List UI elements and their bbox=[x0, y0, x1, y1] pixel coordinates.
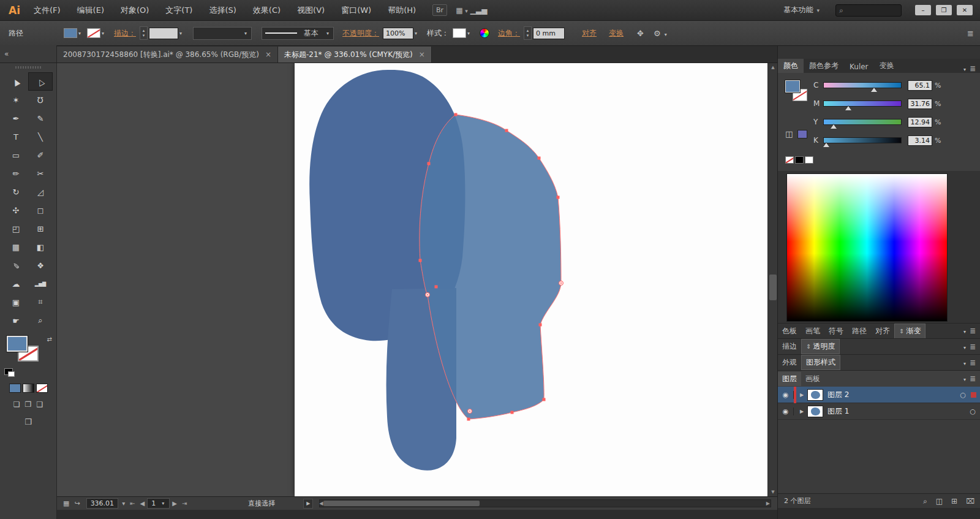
expand-layer-icon[interactable]: ▶ bbox=[796, 392, 807, 398]
cmyk-thumb-K[interactable] bbox=[823, 143, 829, 147]
document-tab-1[interactable]: 2008730172458860 [转换].ai* @ 386.65% (RGB… bbox=[57, 47, 278, 63]
magic-wand-tool[interactable]: ✶ bbox=[4, 91, 28, 109]
tab-2-close-icon[interactable]: × bbox=[419, 50, 425, 59]
stroke-color-swatch[interactable] bbox=[87, 28, 100, 38]
column-graph-tool[interactable]: ▂▅▇ bbox=[28, 275, 53, 293]
cmyk-thumb-C[interactable] bbox=[871, 88, 877, 92]
fill-color-swatch[interactable] bbox=[64, 28, 77, 38]
cyan-value-field[interactable]: 65.1 bbox=[908, 80, 932, 91]
opacity-panel-link[interactable]: 不透明度： bbox=[342, 28, 379, 39]
tab-color-guide[interactable]: 颜色参考 bbox=[804, 59, 844, 73]
magenta-value-field[interactable]: 31.76 bbox=[908, 99, 932, 109]
stroke-weight-caret-icon[interactable]: ▾ bbox=[179, 31, 182, 36]
screen-mode-icon[interactable]: ❒ bbox=[24, 417, 32, 426]
layer-1-thumbnail[interactable] bbox=[807, 406, 823, 417]
paintbrush-tool[interactable]: ✐ bbox=[28, 146, 53, 164]
toolbar-grip[interactable] bbox=[15, 66, 41, 69]
artboard-tool[interactable]: ▣ bbox=[4, 293, 28, 311]
control-panel-menu-icon[interactable]: ≣ bbox=[967, 29, 974, 38]
corner-value[interactable]: 0 mm bbox=[533, 28, 565, 39]
menu-effect[interactable]: 效果(C) bbox=[253, 5, 281, 16]
width-tool[interactable]: ✣ bbox=[4, 201, 28, 219]
tab-align[interactable]: 对齐 bbox=[871, 324, 894, 338]
opacity-caret-icon[interactable]: ▾ bbox=[415, 31, 417, 36]
stroke-weight-value[interactable] bbox=[149, 28, 178, 39]
panel-fill-swatch[interactable] bbox=[785, 80, 800, 93]
perspective-grid-tool[interactable]: ⊞ bbox=[28, 219, 53, 238]
menu-view[interactable]: 视图(V) bbox=[297, 5, 325, 16]
draw-behind-icon[interactable]: ❐ bbox=[25, 400, 32, 409]
stroke-panel-link[interactable]: 描边： bbox=[114, 28, 136, 39]
artboard[interactable] bbox=[295, 63, 767, 496]
symbol-sprayer-tool[interactable]: ☁ bbox=[4, 275, 28, 293]
visibility-toggle-2[interactable]: ◉ bbox=[778, 391, 794, 399]
first-artboard-icon[interactable]: ⇤ bbox=[130, 500, 135, 507]
prev-artboard-icon[interactable]: ◀ bbox=[140, 500, 145, 507]
recolor-artwork-icon[interactable] bbox=[480, 28, 489, 38]
draw-inside-icon[interactable]: ❑ bbox=[36, 400, 43, 409]
expand-layer-icon-2[interactable]: ▶ bbox=[796, 409, 807, 414]
tab-graphic-styles[interactable]: 图形样式 bbox=[801, 355, 840, 370]
slice-tool[interactable]: ⌗ bbox=[28, 293, 53, 311]
scissors-tool[interactable]: ✂ bbox=[28, 164, 53, 183]
web-color-warning-icon[interactable]: ◫ bbox=[785, 129, 793, 138]
menu-select[interactable]: 选择(S) bbox=[209, 5, 236, 16]
eyedropper-tool[interactable]: ✎ bbox=[4, 256, 28, 275]
zoom-tool[interactable]: ⌕ bbox=[28, 311, 53, 330]
make-mask-icon[interactable]: ◫ bbox=[936, 497, 943, 506]
status-profile-icon[interactable]: ▦ bbox=[63, 499, 69, 507]
blend-tool[interactable]: ❖ bbox=[28, 256, 53, 275]
minimize-button[interactable]: – bbox=[915, 5, 931, 15]
scale-tool[interactable]: ◿ bbox=[28, 183, 53, 201]
gradient-panel-menu-icon[interactable]: ▾ ≣ bbox=[962, 327, 976, 335]
shape-builder-tool[interactable]: ◰ bbox=[4, 219, 28, 238]
next-artboard-icon[interactable]: ▶ bbox=[172, 500, 177, 507]
black-value-field[interactable]: 3.14 bbox=[908, 135, 932, 146]
tab-layers[interactable]: 图层 bbox=[778, 372, 801, 386]
layer-1-name[interactable]: 图层 1 bbox=[827, 406, 849, 417]
styles-panel-menu-icon[interactable]: ▾ ≣ bbox=[962, 358, 976, 367]
layer-row-2[interactable]: ◉ ▶ 图层 2 ○ bbox=[778, 387, 980, 403]
new-layer-icon[interactable]: ⊞ bbox=[951, 497, 957, 506]
tab-transform[interactable]: 变换 bbox=[874, 59, 900, 73]
stroke-weight-stepper[interactable]: ▴▾ bbox=[140, 26, 148, 40]
style-swatch[interactable] bbox=[453, 28, 466, 38]
toolbar-fill-swatch[interactable] bbox=[7, 336, 28, 352]
tab-stroke[interactable]: 描边 bbox=[778, 339, 801, 354]
delete-layer-icon[interactable]: ⌧ bbox=[966, 497, 974, 506]
options-icon[interactable]: ⚙ ▾ bbox=[654, 29, 668, 38]
transparency-panel-menu-icon[interactable]: ▾ ≣ bbox=[962, 343, 976, 351]
hand-tool[interactable]: ☛ bbox=[4, 311, 28, 330]
layer-2-selection-indicator[interactable] bbox=[971, 392, 976, 398]
horizontal-scroll-thumb[interactable] bbox=[323, 501, 480, 506]
selection-tool[interactable]: ▲ bbox=[4, 72, 28, 91]
cmyk-thumb-M[interactable] bbox=[845, 106, 851, 110]
menu-window[interactable]: 窗口(W) bbox=[341, 5, 371, 16]
tab-symbols[interactable]: 符号 bbox=[824, 324, 848, 338]
pen-tool[interactable]: ✒ bbox=[4, 109, 28, 127]
mesh-tool[interactable]: ▦ bbox=[4, 238, 28, 256]
tab-color[interactable]: 颜色 bbox=[778, 59, 804, 73]
color-button[interactable] bbox=[9, 384, 21, 393]
vertical-scroll-thumb[interactable] bbox=[769, 275, 777, 300]
collapse-toolbar-icon[interactable]: « bbox=[0, 45, 57, 63]
scroll-right-icon[interactable]: ▶ bbox=[766, 501, 770, 506]
cmyk-thumb-Y[interactable] bbox=[831, 124, 837, 129]
corner-stepper[interactable]: ▴▾ bbox=[524, 26, 532, 40]
tab-kuler[interactable]: Kuler bbox=[844, 61, 874, 73]
visibility-toggle-1[interactable]: ◉ bbox=[778, 407, 794, 415]
brush-definition-select[interactable]: ▾ bbox=[193, 27, 252, 40]
zoom-caret-icon[interactable]: ▾ bbox=[122, 500, 125, 507]
menu-file[interactable]: 文件(F) bbox=[34, 5, 61, 16]
layer-2-thumbnail[interactable] bbox=[807, 389, 823, 401]
locate-object-icon[interactable]: ⌕ bbox=[923, 497, 927, 506]
document-tab-2[interactable]: 未标题-21* @ 336.01% (CMYK/预览) × bbox=[278, 47, 432, 63]
tab-1-close-icon[interactable]: × bbox=[265, 50, 271, 59]
close-button[interactable]: ✕ bbox=[957, 5, 973, 15]
black-slider[interactable] bbox=[823, 137, 902, 143]
default-fill-stroke-icon[interactable] bbox=[4, 368, 13, 375]
tab-appearance[interactable]: 外观 bbox=[778, 355, 801, 369]
tab-paths[interactable]: 路径 bbox=[848, 324, 871, 338]
color-spectrum[interactable] bbox=[786, 173, 948, 322]
transform-panel-link[interactable]: 变换 bbox=[609, 28, 624, 39]
